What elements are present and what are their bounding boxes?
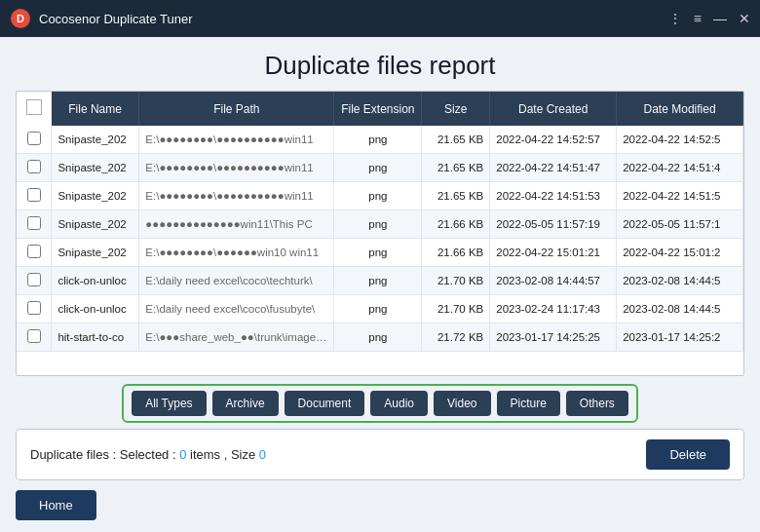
- table-row: Snipaste_202 E:\●●●●●●●●\●●●●●●win10 win…: [17, 239, 743, 267]
- table-row: Snipaste_202 ●●●●●●●●●●●●●●win11\This PC…: [17, 210, 743, 239]
- cell-modified: 2022-04-22 14:51:4: [617, 154, 743, 182]
- row-checkbox[interactable]: [27, 273, 41, 286]
- cell-size: 21.72 KB: [422, 323, 490, 352]
- page-title: Duplicate files report: [16, 37, 744, 91]
- cell-filename: hit-start-to-co: [52, 323, 139, 352]
- cell-filename: Snipaste_202: [52, 154, 139, 182]
- cell-created: 2023-02-24 11:17:43: [490, 295, 617, 323]
- cell-filepath: E:\daily need excel\coco\techturk\: [139, 267, 334, 295]
- cell-filename: Snipaste_202: [52, 182, 139, 210]
- row-checkbox[interactable]: [27, 132, 41, 145]
- col-header-size: Size: [422, 92, 490, 126]
- cell-extension: png: [334, 154, 422, 182]
- row-checkbox[interactable]: [27, 160, 41, 173]
- row-checkbox[interactable]: [27, 301, 41, 315]
- row-checkbox[interactable]: [27, 216, 41, 230]
- filter-btn-others[interactable]: Others: [566, 391, 628, 416]
- share-icon[interactable]: ⋮: [668, 11, 682, 26]
- cell-filepath: E:\●●●●●●●●\●●●●●●●●●●win11: [139, 182, 334, 210]
- cell-created: 2023-01-17 14:25:25: [490, 323, 617, 352]
- cell-filename: click-on-unloc: [52, 295, 139, 323]
- filter-btn-archive[interactable]: Archive: [212, 391, 279, 416]
- col-header-filename: File Name: [52, 92, 139, 126]
- window-controls: ⋮ ≡ — ✕: [668, 11, 750, 26]
- col-header-extension: File Extension: [334, 92, 422, 126]
- minimize-icon[interactable]: —: [713, 11, 727, 26]
- home-button[interactable]: Home: [16, 490, 96, 520]
- app-title: Cocosenor Duplicate Tuner: [39, 12, 668, 26]
- cell-modified: 2023-01-17 14:25:2: [617, 323, 743, 352]
- file-table-container[interactable]: File Name File Path File Extension Size …: [16, 91, 744, 376]
- selected-size: 0: [259, 447, 266, 462]
- cell-modified: 2022-04-22 15:01:2: [617, 239, 743, 267]
- filter-btn-audio[interactable]: Audio: [370, 391, 428, 416]
- cell-extension: png: [334, 210, 422, 239]
- col-header-modified: Date Modified: [617, 92, 743, 126]
- cell-size: 21.65 KB: [422, 154, 490, 182]
- title-bar: D Cocosenor Duplicate Tuner ⋮ ≡ — ✕: [0, 0, 760, 37]
- close-icon[interactable]: ✕: [739, 11, 750, 26]
- cell-created: 2022-04-22 14:51:53: [490, 182, 617, 210]
- cell-modified: 2022-04-22 14:52:5: [617, 126, 743, 154]
- cell-filepath: E:\●●●●●●●●\●●●●●●win10 win11: [139, 239, 334, 267]
- filter-btn-video[interactable]: Video: [434, 391, 490, 416]
- cell-size: 21.70 KB: [422, 295, 490, 323]
- status-text: Duplicate files : Selected : 0 items , S…: [30, 447, 646, 462]
- cell-created: 2022-04-22 15:01:21: [490, 239, 617, 267]
- cell-modified: 2023-02-08 14:44:5: [617, 267, 743, 295]
- cell-modified: 2022-05-05 11:57:1: [617, 210, 743, 239]
- cell-modified: 2022-04-22 14:51:5: [617, 182, 743, 210]
- select-all-header[interactable]: [17, 92, 52, 126]
- cell-filename: click-on-unloc: [52, 267, 139, 295]
- row-checkbox[interactable]: [27, 188, 41, 202]
- filter-btn-document[interactable]: Document: [285, 391, 365, 416]
- cell-size: 21.66 KB: [422, 239, 490, 267]
- row-checkbox-cell[interactable]: [17, 323, 52, 352]
- cell-extension: png: [334, 239, 422, 267]
- row-checkbox-cell[interactable]: [17, 154, 52, 182]
- svg-text:D: D: [17, 13, 24, 24]
- cell-created: 2022-05-05 11:57:19: [490, 210, 617, 239]
- table-row: Snipaste_202 E:\●●●●●●●●\●●●●●●●●●●win11…: [17, 154, 743, 182]
- row-checkbox-cell[interactable]: [17, 295, 52, 323]
- cell-extension: png: [334, 323, 422, 352]
- bottom-bar: Home: [16, 484, 744, 520]
- cell-created: 2022-04-22 14:52:57: [490, 126, 617, 154]
- filter-btn-picture[interactable]: Picture: [497, 391, 560, 416]
- cell-extension: png: [334, 295, 422, 323]
- table-row: click-on-unloc E:\daily need excel\coco\…: [17, 267, 743, 295]
- cell-size: 21.66 KB: [422, 210, 490, 239]
- main-container: Duplicate files report File Name File Pa…: [0, 37, 760, 532]
- filter-bar: All TypesArchiveDocumentAudioVideoPictur…: [16, 376, 744, 429]
- cell-filepath: ●●●●●●●●●●●●●●win11\This PC: [139, 210, 334, 239]
- row-checkbox-cell[interactable]: [17, 239, 52, 267]
- cell-filepath: E:\●●●share_web_●●\trunk\images\arti: [139, 323, 334, 352]
- row-checkbox[interactable]: [27, 329, 41, 343]
- row-checkbox-cell[interactable]: [17, 210, 52, 239]
- cell-filename: Snipaste_202: [52, 126, 139, 154]
- filter-btn-all-types[interactable]: All Types: [132, 391, 206, 416]
- filter-btn-group: All TypesArchiveDocumentAudioVideoPictur…: [122, 384, 638, 423]
- table-row: click-on-unloc E:\daily need excel\coco\…: [17, 295, 743, 323]
- table-row: Snipaste_202 E:\●●●●●●●●\●●●●●●●●●●win11…: [17, 126, 743, 154]
- delete-button[interactable]: Delete: [646, 439, 730, 470]
- row-checkbox-cell[interactable]: [17, 182, 52, 210]
- col-header-filepath: File Path: [139, 92, 334, 126]
- cell-filepath: E:\●●●●●●●●\●●●●●●●●●●win11: [139, 154, 334, 182]
- select-all-checkbox[interactable]: [26, 99, 42, 115]
- cell-extension: png: [334, 126, 422, 154]
- app-logo: D: [10, 8, 31, 29]
- cell-size: 21.65 KB: [422, 182, 490, 210]
- menu-icon[interactable]: ≡: [694, 11, 702, 26]
- row-checkbox[interactable]: [27, 245, 41, 258]
- status-count-suffix: items , Size: [186, 447, 258, 462]
- cell-created: 2022-04-22 14:51:47: [490, 154, 617, 182]
- col-header-created: Date Created: [490, 92, 617, 126]
- status-prefix: Duplicate files : Selected :: [30, 447, 179, 462]
- cell-created: 2023-02-08 14:44:57: [490, 267, 617, 295]
- row-checkbox-cell[interactable]: [17, 267, 52, 295]
- cell-filename: Snipaste_202: [52, 239, 139, 267]
- row-checkbox-cell[interactable]: [17, 126, 52, 154]
- file-table: File Name File Path File Extension Size …: [17, 92, 743, 352]
- table-row: Snipaste_202 E:\●●●●●●●●\●●●●●●●●●●win11…: [17, 182, 743, 210]
